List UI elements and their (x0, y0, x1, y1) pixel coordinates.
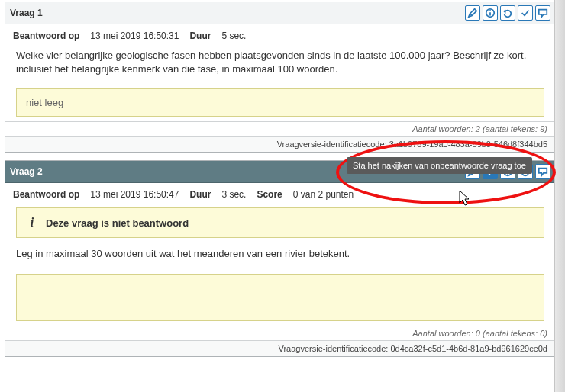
question-meta-2: Beantwoord op 13 mei 2019 16:50:47 Duur … (5, 183, 555, 203)
id-value: 3a1b9789-19a0-483a-89b0-546d8f344bd5 (389, 140, 547, 149)
svg-point-2 (489, 10, 491, 11)
undo-icon (502, 8, 513, 18)
id-line-2: Vraagversie-identificatiecode: 0d4ca32f-… (5, 340, 555, 356)
answered-label: Beantwoord op (13, 189, 79, 200)
check-button[interactable] (518, 5, 533, 21)
answer-text: niet leeg (26, 97, 63, 108)
answer-box-1: niet leeg (16, 88, 544, 117)
score-label: Score (257, 189, 282, 200)
edit-icon (467, 8, 478, 18)
answered-value: 13 mei 2019 16:50:31 (90, 31, 179, 41)
question-card-1: Vraag 1 Beantwoord op (5, 2, 556, 153)
word-count-1: Aantal woorden: 2 (aantal tekens: 9) (5, 121, 555, 136)
undo-button[interactable] (500, 5, 515, 21)
warning-box: i Deze vraag is niet beantwoord (16, 207, 544, 238)
question-toolbar-1 (465, 5, 550, 21)
question-header-1: Vraag 1 (5, 2, 555, 24)
check-icon (520, 8, 531, 18)
duration-value: 5 sec. (221, 31, 246, 41)
info-icon (485, 8, 496, 18)
duration-label: Duur (189, 31, 211, 41)
tooltip: Sta het nakijken van onbeantwoorde vraag… (347, 157, 532, 174)
id-line-1: Vraagversie-identificatiecode: 3a1b9789-… (5, 136, 555, 152)
question-card-2: Vraag 2 Beantwoord op (5, 160, 556, 356)
word-count-2: Aantal woorden: 0 (aantal tekens: 0) (5, 326, 555, 340)
right-gutter (554, 0, 565, 392)
comment-button[interactable] (535, 5, 550, 21)
score-value: 0 van 2 punten (293, 189, 354, 200)
question-meta-1: Beantwoord op 13 mei 2019 16:50:31 Duur … (5, 24, 555, 44)
answer-box-2 (16, 274, 544, 321)
warning-text: Deze vraag is niet beantwoord (46, 217, 189, 229)
answered-label: Beantwoord op (13, 31, 79, 41)
question-title: Vraag 1 (10, 8, 43, 18)
question-text-2: Leg in maximaal 30 woorden uit wat het m… (5, 243, 555, 268)
info-button[interactable] (483, 5, 498, 21)
edit-button[interactable] (465, 5, 480, 21)
question-title: Vraag 2 (10, 166, 43, 177)
comment-icon (538, 8, 548, 18)
id-label: Vraagversie-identificatiecode: (277, 140, 387, 149)
answered-value: 13 mei 2019 16:50:47 (90, 189, 179, 200)
duration-value: 3 sec. (221, 189, 246, 200)
id-value: 0d4ca32f-c5d1-4b6d-81a9-bd961629ce0d (390, 344, 547, 353)
question-text-1: Welke vier belangrijke geologische fasen… (5, 44, 555, 84)
duration-label: Duur (189, 189, 211, 200)
id-label: Vraagversie-identificatiecode: (279, 344, 389, 353)
comment-icon (538, 166, 548, 177)
comment-button[interactable] (535, 164, 550, 179)
info-glyph-icon: i (26, 216, 38, 230)
